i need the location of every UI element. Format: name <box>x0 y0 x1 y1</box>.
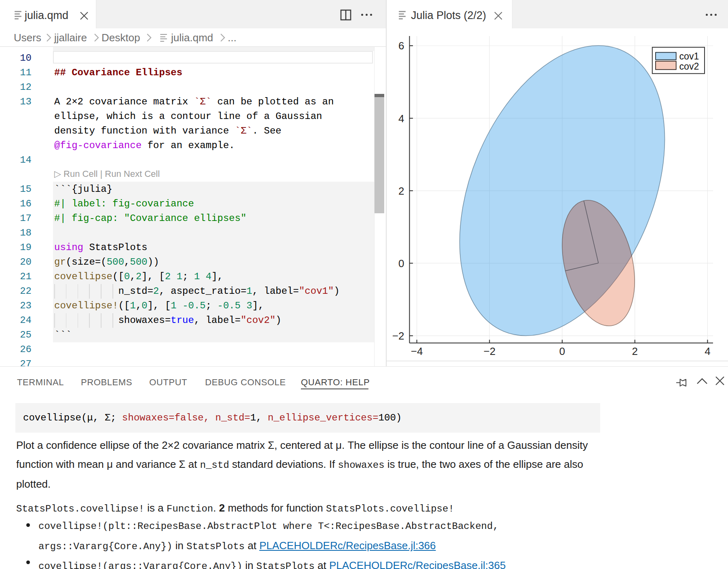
svg-text:−4: −4 <box>411 345 423 357</box>
svg-text:cov2: cov2 <box>679 61 699 72</box>
svg-text:4: 4 <box>398 113 404 125</box>
svg-text:cov1: cov1 <box>679 51 699 62</box>
svg-text:4: 4 <box>705 345 710 357</box>
svg-text:−2: −2 <box>392 330 404 342</box>
svg-text:2: 2 <box>398 185 404 197</box>
svg-text:−2: −2 <box>483 345 495 357</box>
svg-text:6: 6 <box>398 40 404 52</box>
svg-text:0: 0 <box>559 345 565 357</box>
svg-text:0: 0 <box>398 257 404 270</box>
svg-text:2: 2 <box>632 345 637 357</box>
